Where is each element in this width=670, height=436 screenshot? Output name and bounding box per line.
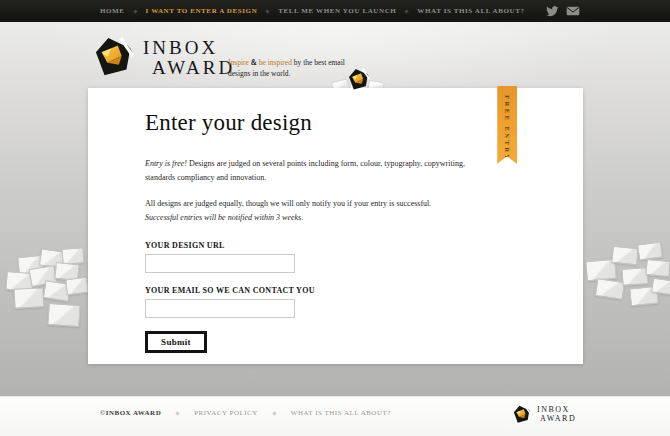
footer-copyright[interactable]: ©INBOX AWARD [100,409,161,417]
intro-paragraph: Entry is free! Designs are judged on sev… [145,157,485,184]
envelope-shape [651,278,670,296]
footer-separator-icon [272,411,276,415]
intro-emphasis: Entry is free! [145,159,187,168]
footer-separator-icon [176,411,180,415]
top-navigation: HOME I WANT TO ENTER A DESIGN TELL ME WH… [0,0,670,22]
judging-emphasis: Successful entries will be notified with… [145,213,303,222]
footer-navigation: ©INBOX AWARD PRIVACY POLICY WHAT IS THIS… [100,409,391,417]
inbox-award-mini-logo-icon [348,68,371,91]
envelope-shape [47,303,80,327]
design-url-input[interactable] [145,254,295,273]
tagline-amp: & [249,58,259,67]
envelope-shape [13,287,44,309]
site-logo[interactable]: INBOX AWARD [94,36,235,78]
footer: ©INBOX AWARD PRIVACY POLICY WHAT IS THIS… [0,396,670,436]
inbox-award-footer-logo-icon [513,405,532,424]
email-label: YOUR EMAIL SO WE CAN CONTACT YOU [145,286,523,295]
nav-item-enter-design[interactable]: I WANT TO ENTER A DESIGN [146,7,258,15]
nav-social-icons [546,0,580,22]
judging-paragraph: All designs are judged equally, though w… [145,197,485,224]
footer-logo-word-award: AWARD [537,415,576,424]
site-logo-text: INBOX AWARD [143,38,235,78]
envelope-shape [65,277,89,296]
nav-separator-icon [405,9,409,13]
tagline-inspire: Inspire [228,58,249,67]
footer-link-about[interactable]: WHAT IS THIS ALL ABOUT? [291,409,391,417]
tagline: Inspire & be inspired by the best email … [228,57,368,79]
design-url-label: YOUR DESIGN URL [145,241,523,250]
mail-icon[interactable] [566,6,580,16]
twitter-icon[interactable] [546,6,559,17]
nav-item-about[interactable]: WHAT IS THIS ALL ABOUT? [417,7,524,15]
nav-item-home[interactable]: HOME [100,7,125,15]
envelope-shape [595,278,625,300]
submit-button[interactable]: Submit [145,331,207,353]
footer-logo[interactable]: INBOX AWARD [513,405,576,424]
inbox-award-logo-icon [94,36,136,78]
nav-separator-icon [133,9,137,13]
envelope-shape [637,241,663,260]
nav-item-tell-me-launch[interactable]: TELL ME WHEN YOU LAUNCH [278,7,396,15]
footer-link-privacy-policy[interactable]: PRIVACY POLICY [194,409,258,417]
footer-logo-text: INBOX AWARD [537,406,576,423]
envelope-shape [621,267,648,286]
logo-word-inbox: INBOX [143,38,235,58]
intro-text: Designs are judged on several points inc… [145,159,465,182]
logo-word-award: AWARD [143,58,235,78]
nav-separator-icon [266,9,270,13]
free-entry-ribbon-label: FREE ENTRY [504,95,511,164]
envelope-shape [645,259,670,277]
judging-text: All designs are judged equally, though w… [145,199,431,208]
tagline-be-inspired: be inspired [259,58,292,67]
email-input[interactable] [145,299,295,318]
page: HOME I WANT TO ENTER A DESIGN TELL ME WH… [0,0,670,436]
page-title: Enter your design [145,110,523,136]
free-entry-ribbon: FREE ENTRY [497,86,517,164]
envelope-shape [611,246,639,266]
